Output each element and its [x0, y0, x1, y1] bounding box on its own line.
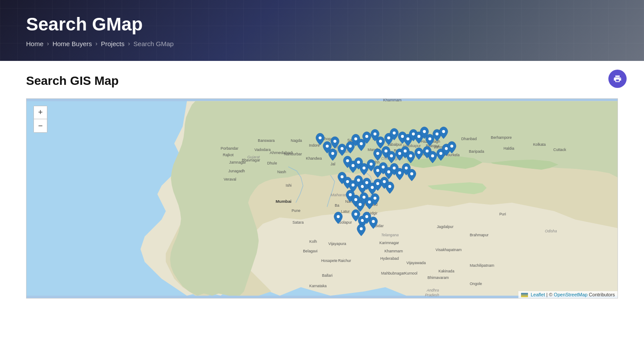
- svg-text:Solapur: Solapur: [339, 220, 352, 225]
- svg-point-139: [354, 213, 357, 216]
- svg-point-94: [418, 135, 421, 138]
- svg-point-142: [372, 220, 375, 223]
- svg-point-131: [383, 180, 386, 183]
- svg-point-124: [346, 180, 349, 183]
- svg-text:Satara: Satara: [292, 220, 304, 225]
- svg-point-107: [431, 154, 434, 158]
- zoom-out-button[interactable]: −: [34, 119, 47, 132]
- svg-point-89: [387, 136, 390, 139]
- svg-text:Hyderabad: Hyderabad: [380, 256, 399, 261]
- svg-point-100: [385, 150, 388, 153]
- svg-text:Latur: Latur: [341, 209, 350, 214]
- svg-point-95: [423, 130, 426, 133]
- svg-point-108: [439, 152, 442, 155]
- svg-point-122: [410, 172, 413, 175]
- svg-point-134: [354, 198, 357, 201]
- breadcrumb-sep-3: ›: [128, 40, 130, 47]
- svg-text:Junagadh: Junagadh: [228, 169, 245, 173]
- svg-text:Nandurbar: Nandurbar: [284, 152, 302, 156]
- svg-text:Telangana: Telangana: [381, 233, 399, 237]
- svg-text:Pradesh: Pradesh: [425, 293, 439, 297]
- svg-point-129: [371, 186, 374, 189]
- svg-text:Brahmapur: Brahmapur: [470, 233, 488, 237]
- svg-text:Odisha: Odisha: [545, 229, 557, 233]
- svg-point-118: [387, 171, 390, 174]
- svg-point-135: [359, 203, 362, 206]
- svg-text:Veraval: Veraval: [224, 177, 236, 181]
- print-button[interactable]: [608, 70, 627, 88]
- map-svg: Ahmedabad Jamnagar Junagadh Veraval Rajk…: [27, 99, 617, 298]
- svg-text:Indore: Indore: [309, 143, 320, 148]
- breadcrumb-sep-2: ›: [96, 40, 98, 47]
- svg-point-132: [388, 185, 392, 188]
- breadcrumb: Home › Home Buyers › Projects › Search G…: [26, 40, 618, 47]
- svg-point-123: [341, 175, 344, 178]
- svg-text:Ballari: Ballari: [322, 273, 332, 278]
- svg-text:Khandwa: Khandwa: [306, 156, 322, 161]
- svg-point-104: [409, 154, 412, 158]
- svg-point-79: [326, 144, 329, 148]
- svg-point-85: [360, 142, 363, 145]
- svg-point-83: [349, 144, 352, 148]
- svg-text:Ongole: Ongole: [470, 282, 482, 286]
- breadcrumb-current: Search GMap: [133, 40, 174, 47]
- svg-text:Dhule: Dhule: [267, 161, 277, 165]
- svg-text:Ba: Ba: [335, 203, 339, 208]
- svg-point-81: [331, 152, 334, 155]
- svg-point-130: [376, 182, 379, 185]
- svg-point-103: [404, 150, 407, 153]
- svg-point-97: [435, 132, 438, 135]
- svg-point-143: [360, 227, 363, 230]
- map-container: + − Ahmedabad Jamnagar: [26, 98, 618, 299]
- svg-point-138: [374, 197, 377, 200]
- svg-point-117: [382, 165, 385, 168]
- svg-text:Nash: Nash: [277, 170, 286, 174]
- main-content: Search GIS Map + −: [0, 61, 644, 312]
- svg-text:Hosapete: Hosapete: [321, 258, 338, 263]
- svg-point-86: [365, 135, 368, 138]
- svg-text:Dhanbad: Dhanbad: [461, 137, 477, 141]
- svg-text:Andhra: Andhra: [426, 288, 439, 292]
- svg-point-78: [319, 136, 322, 139]
- svg-point-114: [362, 167, 365, 170]
- svg-point-105: [418, 151, 421, 154]
- svg-text:Jagdalpur: Jagdalpur: [437, 225, 453, 229]
- print-icon: [613, 74, 622, 83]
- zoom-in-button[interactable]: +: [34, 106, 47, 119]
- svg-point-98: [442, 130, 445, 133]
- page-title: Search GMap: [26, 14, 618, 35]
- page-header: Search GMap Home › Home Buyers › Project…: [0, 0, 644, 61]
- svg-text:Khammam: Khammam: [385, 249, 403, 253]
- svg-point-109: [445, 147, 448, 150]
- svg-point-128: [365, 181, 368, 184]
- svg-point-113: [357, 161, 360, 164]
- attribution-leaflet[interactable]: Leaflet: [531, 292, 545, 297]
- breadcrumb-home[interactable]: Home: [26, 40, 43, 47]
- attribution-osm[interactable]: OpenStreetMap: [554, 292, 588, 297]
- svg-text:Kolh: Kolh: [309, 239, 317, 244]
- svg-text:Karnataka: Karnataka: [309, 284, 327, 288]
- svg-point-126: [357, 179, 360, 182]
- svg-text:Jal: Jal: [330, 162, 335, 166]
- svg-point-136: [362, 196, 365, 199]
- svg-point-80: [333, 140, 336, 143]
- svg-point-106: [425, 150, 428, 153]
- svg-text:Machilipatnam: Machilipatnam: [470, 263, 494, 268]
- svg-text:Mahbubnagar: Mahbubnagar: [381, 271, 405, 275]
- svg-point-137: [368, 201, 371, 204]
- svg-point-102: [398, 152, 401, 155]
- attribution-contributors: Contributors: [589, 292, 615, 297]
- svg-point-101: [390, 154, 393, 158]
- map-zoom-controls: + −: [33, 106, 47, 133]
- svg-text:Visakhapatnam: Visakhapatnam: [435, 248, 461, 252]
- svg-text:Vadodara: Vadodara: [255, 148, 271, 152]
- svg-text:Baripada: Baripada: [469, 149, 484, 154]
- svg-text:Kurnool: Kurnool: [404, 271, 417, 275]
- breadcrumb-projects[interactable]: Projects: [101, 40, 124, 47]
- svg-text:Belagavi: Belagavi: [303, 249, 318, 253]
- svg-text:Rajkot: Rajkot: [223, 153, 234, 157]
- breadcrumb-homebuyers[interactable]: Home Buyers: [53, 40, 92, 47]
- map-attribution: Leaflet | © OpenStreetMap Contributors: [518, 291, 617, 298]
- svg-point-87: [374, 132, 377, 135]
- svg-point-84: [354, 138, 357, 141]
